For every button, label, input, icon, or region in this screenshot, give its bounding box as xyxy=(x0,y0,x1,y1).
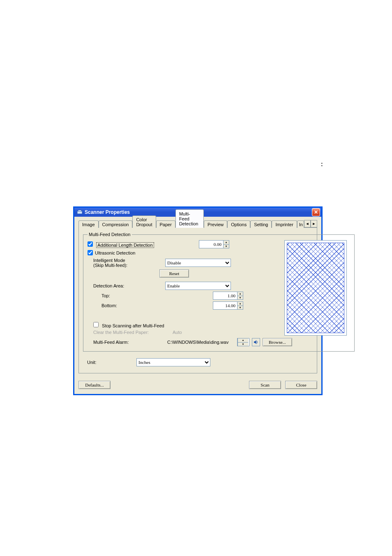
stray-colon-text: : xyxy=(321,161,323,167)
spinner-down-icon[interactable]: ▼ xyxy=(237,306,243,310)
intelligent-mode-combo[interactable]: Disable xyxy=(165,259,231,267)
reset-button[interactable]: Reset xyxy=(159,269,189,278)
top-input[interactable] xyxy=(213,292,237,299)
detection-area-combo[interactable]: Enable xyxy=(165,282,231,290)
tab-scroll-right[interactable]: ► xyxy=(311,220,317,227)
close-icon: ✕ xyxy=(314,210,318,215)
bottom-spinner[interactable]: ▲▼ xyxy=(213,301,243,310)
tab-label: Paper xyxy=(160,222,172,227)
additional-length-label: Additional Length Detection xyxy=(96,242,154,248)
tab-label: Imprinter xyxy=(275,222,293,227)
bottom-label: Bottom: xyxy=(101,303,117,308)
bottom-input[interactable] xyxy=(213,302,237,309)
unit-combo[interactable]: Inches xyxy=(136,358,210,366)
defaults-button[interactable]: Defaults... xyxy=(78,381,111,389)
tab-label: Multi-Feed Detection xyxy=(179,211,198,226)
scan-button[interactable]: Scan xyxy=(249,381,281,389)
tab-label: Options xyxy=(231,222,247,227)
spinner-up-icon[interactable]: ▲ xyxy=(237,292,243,296)
tab-label: Preview xyxy=(208,222,224,227)
close-button[interactable]: ✕ xyxy=(312,208,320,216)
browse-button[interactable]: Browse... xyxy=(263,338,292,346)
tab-truncated[interactable]: In xyxy=(297,220,304,228)
unit-label: Unit: xyxy=(87,360,97,365)
alarm-label: Multi-Feed Alarm: xyxy=(93,340,129,345)
tab-options[interactable]: Options xyxy=(227,220,250,228)
speaker-icon[interactable] xyxy=(252,338,260,346)
multi-feed-detection-group: Multi-Feed Detection Additional Length D… xyxy=(83,232,355,352)
alarm-path-text: C:\WINDOWS\Media\ding.wav xyxy=(167,340,237,345)
intelligent-mode-label: Intelligent Mode xyxy=(93,258,125,263)
top-label: Top: xyxy=(101,293,110,298)
tab-imprinter[interactable]: Imprinter xyxy=(272,220,297,228)
tab-strip: Image Compression Color Dropout Paper Mu… xyxy=(78,219,317,228)
tab-scroll-buttons: ◄ ► xyxy=(304,220,317,227)
clear-paper-value: Auto xyxy=(173,330,182,335)
spinner-down-icon[interactable]: ▼ xyxy=(237,296,243,300)
tab-image[interactable]: Image xyxy=(78,220,99,228)
intelligent-mode-label2: (Skip Multi-feed): xyxy=(93,263,127,268)
tab-compression[interactable]: Compression xyxy=(99,220,133,228)
stop-scanning-checkbox[interactable] xyxy=(93,322,99,327)
top-spinner[interactable]: ▲▼ xyxy=(213,292,243,300)
tab-panel-multi-feed: Multi-Feed Detection Additional Length D… xyxy=(78,228,317,373)
scanner-properties-window: Scanner Properties ✕ Image Compression C… xyxy=(73,206,323,395)
spinner-up-icon[interactable]: ▲ xyxy=(237,302,243,306)
tab-label: Setting xyxy=(254,222,268,227)
additional-length-checkbox[interactable] xyxy=(88,241,93,247)
tab-label: Color Dropout xyxy=(136,217,152,227)
ultrasonic-checkbox[interactable] xyxy=(88,250,93,255)
app-icon xyxy=(76,209,83,215)
ultrasonic-label: Ultrasonic Detection xyxy=(95,250,135,255)
spinner-down-icon[interactable]: ▼ xyxy=(223,245,229,248)
clear-paper-label: Clear the Multi-Feed Paper: xyxy=(93,330,149,335)
spinner-up-icon[interactable]: ▲ xyxy=(223,241,229,245)
close-action-button[interactable]: Close xyxy=(285,381,317,389)
detection-area-label: Detection Area: xyxy=(93,283,124,288)
tab-multi-feed-detection[interactable]: Multi-Feed Detection xyxy=(175,209,204,228)
tab-paper[interactable]: Paper xyxy=(156,220,175,228)
tab-label: In xyxy=(299,222,303,227)
tab-label: Image xyxy=(82,222,95,227)
preview-area xyxy=(284,240,347,336)
alarm-volume-spinner[interactable]: ▲▼ xyxy=(237,338,249,346)
tab-label: Compression xyxy=(102,222,129,227)
svg-marker-2 xyxy=(254,340,256,344)
tab-preview[interactable]: Preview xyxy=(204,220,227,228)
tab-setting[interactable]: Setting xyxy=(250,220,272,228)
tab-scroll-left[interactable]: ◄ xyxy=(304,220,311,227)
stop-scanning-label: Stop Scanning after Multi-Feed xyxy=(102,323,164,328)
svg-rect-1 xyxy=(78,210,81,211)
spinner-down-icon[interactable]: ▼ xyxy=(238,343,248,346)
additional-length-input[interactable] xyxy=(199,241,223,248)
preview-crosshatch xyxy=(287,243,344,333)
tab-color-dropout[interactable]: Color Dropout xyxy=(132,215,156,228)
group-legend: Multi-Feed Detection xyxy=(88,232,132,237)
spinner-up-icon[interactable]: ▲ xyxy=(238,338,248,343)
additional-length-spinner[interactable]: ▲▼ xyxy=(199,240,229,248)
